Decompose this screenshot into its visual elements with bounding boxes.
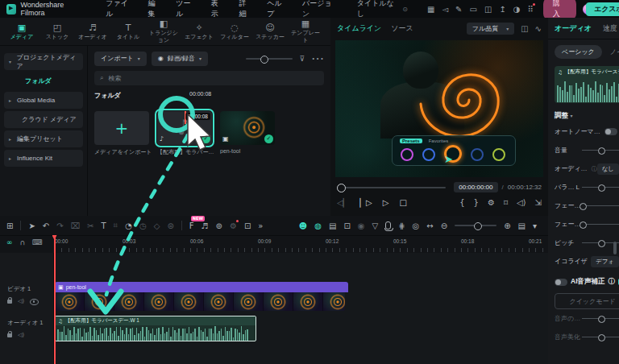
timer-icon[interactable]: ◷ xyxy=(139,221,147,230)
timeline-ruler[interactable]: ∞∩⌨ 00:0000:0300:0600:0900:1200:1500:180… xyxy=(0,236,548,254)
timeline-zoom-slider[interactable] xyxy=(455,225,496,226)
media-item-image[interactable]: ✓▣pen-tool xyxy=(220,111,275,154)
sidebar-item-編集プリセット[interactable]: ▸編集プリセット xyxy=(4,130,83,147)
mute-icon[interactable]: ◁⟩ xyxy=(18,332,24,338)
audio-stretch-icon[interactable]: ⊜ xyxy=(167,221,173,230)
track-height-icon[interactable]: ▤ xyxy=(518,221,526,230)
mark-out-button[interactable]: } xyxy=(474,198,479,207)
tab-オーディオ[interactable]: ♬オーディオ xyxy=(76,23,110,41)
media-thumbnail[interactable]: + xyxy=(94,111,149,145)
keyboard-icon[interactable]: ⌨ xyxy=(32,238,43,246)
menu-バージョン[interactable]: バージョン xyxy=(295,0,344,19)
gift-icon[interactable]: ▦ xyxy=(427,5,434,14)
ai-assistant-icon[interactable]: ☻ xyxy=(299,221,307,230)
tab-メディア[interactable]: ▣メディア xyxy=(5,23,39,41)
ai-cutout-icon[interactable]: ◍ xyxy=(314,221,322,230)
sidebar-item-プロジェクトメディア[interactable]: ▾プロジェクトメディア xyxy=(4,53,83,70)
video-clip[interactable]: ▣ pen-tool xyxy=(55,282,348,292)
upload-icon[interactable]: ↥ xyxy=(499,5,505,14)
preview-settings-icon[interactable]: ⚙ xyxy=(488,198,495,207)
media-browser-icon[interactable]: ⊞ xyxy=(6,221,13,230)
setting-dropdown[interactable]: デフォ xyxy=(591,256,619,267)
record-button[interactable]: ◉ 録画/録音▾ xyxy=(152,52,208,66)
fullscreen-icon[interactable]: ⇲ xyxy=(535,198,542,207)
subtab-basic[interactable]: ベーシック xyxy=(555,45,602,59)
megaphone-icon[interactable]: ◅ xyxy=(442,5,448,14)
sidebar-item-Global Media[interactable]: ▸Global Media xyxy=(4,92,83,109)
sidebar-item-クラウド メディア[interactable]: クラウド メディア xyxy=(4,111,83,128)
shortcut-grid-icon[interactable]: ⠿ xyxy=(528,5,534,14)
text-tool-icon[interactable]: T xyxy=(101,221,106,230)
menu-ツール[interactable]: ツール xyxy=(168,0,204,19)
ai-audio-icon[interactable]: ♬ xyxy=(201,221,209,230)
tab-audio[interactable]: オーディオ xyxy=(555,23,592,34)
snapshot-icon[interactable]: ⌑ xyxy=(504,198,508,207)
motion-track-icon[interactable]: ◎ xyxy=(413,221,420,230)
delete-icon[interactable]: ⌧ xyxy=(71,221,81,230)
crop-icon[interactable]: ⌗ xyxy=(114,221,118,230)
menu-表示[interactable]: 表示 xyxy=(204,0,232,19)
split-icon[interactable]: ✂ xyxy=(87,221,93,230)
tab-エフェクト[interactable]: ✧エフェクト xyxy=(182,23,216,41)
snapshot-export-icon[interactable]: ⊡ xyxy=(343,221,350,230)
slider-knob[interactable] xyxy=(598,147,605,155)
volume-icon[interactable]: ◁⟩ xyxy=(517,198,526,207)
seek-bar[interactable] xyxy=(337,187,446,188)
video-clip-filmstrip[interactable] xyxy=(55,292,345,311)
stop-button[interactable]: □ xyxy=(399,198,406,207)
playhead[interactable] xyxy=(54,235,56,364)
slider-knob[interactable] xyxy=(598,184,605,192)
tab-タイトル[interactable]: Tタイトル xyxy=(111,23,145,41)
caret-icon[interactable]: ▾ xyxy=(533,221,537,230)
tab-source[interactable]: ソース xyxy=(391,23,413,34)
zoom-out-icon[interactable]: ⊖ xyxy=(441,221,447,230)
setting-dropdown[interactable]: なし xyxy=(597,163,619,175)
lock-icon[interactable] xyxy=(7,300,12,304)
clapper-icon[interactable]: ▤ xyxy=(329,221,336,230)
tab-ストック[interactable]: ◰ストック xyxy=(40,23,74,41)
tab-テンプレート[interactable]: ▦テンプレート xyxy=(289,19,322,43)
tab-timeline[interactable]: タイムライン xyxy=(337,23,381,34)
record-icon[interactable]: ◉ xyxy=(358,221,365,230)
menu-詳細[interactable]: 詳細 xyxy=(232,0,260,19)
video-viewport[interactable]: Presets Favorites ➤ xyxy=(335,40,543,177)
timeline-scrollbar[interactable] xyxy=(613,242,617,254)
tab-ステッカー[interactable]: ☺ステッカー xyxy=(253,23,287,41)
mixer-icon[interactable]: ⋕ xyxy=(398,221,405,230)
thumbnail-size-slider[interactable] xyxy=(246,58,293,60)
effects-icon[interactable]: FNEW xyxy=(189,221,194,230)
tab-フィルター[interactable]: ◌フィルター xyxy=(218,23,251,41)
preset-dot[interactable] xyxy=(401,148,413,161)
resolution-icon[interactable]: ◫ xyxy=(521,24,528,33)
adjust-section-label[interactable]: 調整 xyxy=(555,111,568,119)
mask-icon[interactable]: ▽ xyxy=(372,221,379,230)
ai-voice-toggle[interactable] xyxy=(555,279,567,286)
subtab-denoise[interactable]: ノイズ除去 xyxy=(610,45,619,59)
undo-icon[interactable]: ↶ xyxy=(43,221,49,230)
setting-slider[interactable] xyxy=(582,205,619,207)
beat-detect-icon[interactable]: ⊚ xyxy=(216,221,222,230)
import-button[interactable]: インポート▾ xyxy=(94,52,147,66)
mark-in-button[interactable]: { xyxy=(459,198,464,207)
save-as-icon[interactable]: ✎ xyxy=(455,5,462,14)
media-item-audio[interactable]: ♫00:00:08✓♪【配布用】モラバースデ... xyxy=(157,111,212,156)
search-input[interactable]: ⌕ 検索 xyxy=(94,71,324,85)
display-icon[interactable]: ▭ xyxy=(469,5,476,14)
setting-slider[interactable] xyxy=(582,224,619,225)
fit-timeline-icon[interactable]: ↔ xyxy=(426,221,433,230)
menu-編集[interactable]: 編集 xyxy=(141,0,169,19)
media-thumbnail[interactable]: ♫00:00:08✓♪ xyxy=(157,111,212,145)
setting-toggle[interactable] xyxy=(604,128,617,135)
scopes-icon[interactable]: ∿ xyxy=(535,24,542,33)
theme-icon[interactable]: ◑ xyxy=(513,5,521,14)
voiceover-mic-icon[interactable] xyxy=(385,221,391,230)
audio-clip[interactable]: ♫ 【配布用】モラバースデー.W 1 xyxy=(55,316,256,341)
media-item-import[interactable]: +メディアをインポート xyxy=(94,111,149,156)
mute-icon[interactable]: ◁⟩ xyxy=(18,298,24,304)
pointer-tool-icon[interactable]: ➤ xyxy=(28,221,35,230)
visibility-icon[interactable] xyxy=(30,299,39,305)
menu-ヘルプ[interactable]: ヘルプ xyxy=(260,0,295,19)
speed-icon[interactable]: ◔ xyxy=(125,221,132,230)
quick-mode-button[interactable]: クイックモード xyxy=(555,293,619,309)
preset-dot[interactable] xyxy=(471,148,484,161)
